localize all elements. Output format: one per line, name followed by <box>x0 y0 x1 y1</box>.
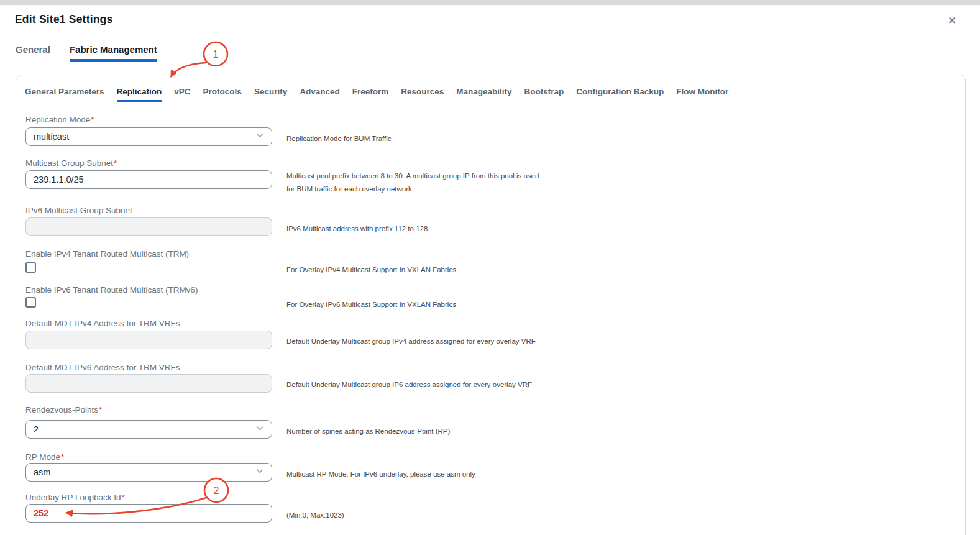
subtab-bootstrap[interactable]: Bootstrap <box>524 87 564 102</box>
rendezvous-points-select[interactable]: 2 <box>25 420 272 439</box>
enable-ipv4-trm-checkbox[interactable] <box>25 262 36 273</box>
rp-mode-help: Multicast RP Mode. For IPv6 underlay, pl… <box>286 468 554 481</box>
underlay-rp-loopback-id-help: (Min:0, Max:1023) <box>286 509 554 522</box>
enable-ipv4-trm-label: Enable IPv4 Tenant Routed Multicast (TRM… <box>25 249 190 258</box>
enable-ipv6-trm-checkbox[interactable] <box>25 297 36 308</box>
edit-site-settings-modal: Edit Site1 Settings ✕ General Fabric Man… <box>0 0 980 535</box>
subtab-security[interactable]: Security <box>254 87 287 102</box>
subtab-advanced[interactable]: Advanced <box>300 87 340 102</box>
rendezvous-points-value: 2 <box>34 424 39 434</box>
multicast-group-subnet-label: Multicast Group Subnet* <box>25 158 117 168</box>
subtab-manageability[interactable]: Manageability <box>456 87 511 102</box>
close-icon[interactable]: ✕ <box>943 12 961 30</box>
default-mdt-ipv6-label: Default MDT IPv6 Address for TRM VRFs <box>25 363 181 372</box>
rp-mode-value: asm <box>34 467 50 477</box>
default-mdt-ipv6-help: Default Underlay Multicast group IP6 add… <box>286 378 554 391</box>
subtab-replication[interactable]: Replication <box>117 87 162 102</box>
default-mdt-ipv6-input[interactable] <box>25 374 272 393</box>
ipv6-multicast-group-subnet-help: IPv6 Multicast address with prefix 112 t… <box>286 222 554 235</box>
subtab-freeform[interactable]: Freeform <box>352 87 389 102</box>
background-top-strip <box>0 0 980 5</box>
subtab-flow-monitor[interactable]: Flow Monitor <box>676 87 728 102</box>
chevron-down-icon <box>255 467 264 478</box>
subtab-configuration-backup[interactable]: Configuration Backup <box>576 87 664 102</box>
rendezvous-points-label: Rendezvous-Points* <box>25 405 102 414</box>
chevron-down-icon <box>255 131 264 142</box>
underlay-rp-loopback-id-input[interactable] <box>25 504 272 523</box>
ipv6-multicast-group-subnet-input[interactable] <box>25 217 272 236</box>
underlay-rp-loopback-id-label: Underlay RP Loopback Id* <box>25 493 125 502</box>
chevron-down-icon <box>255 424 264 435</box>
default-mdt-ipv4-input[interactable] <box>25 331 272 349</box>
subtab-resources[interactable]: Resources <box>401 87 444 102</box>
replication-mode-select[interactable]: multicast <box>25 127 272 146</box>
subtab-vpc[interactable]: vPC <box>174 87 190 102</box>
annotation-circle-1 <box>204 42 227 66</box>
subtab-protocols[interactable]: Protocols <box>203 87 242 102</box>
default-mdt-ipv4-label: Default MDT IPv4 Address for TRM VRFs <box>25 319 181 328</box>
annotation-number-1: 1 <box>213 49 219 60</box>
subtab-general-parameters[interactable]: General Parameters <box>25 87 104 102</box>
modal-title: Edit Site1 Settings <box>15 13 112 26</box>
fabric-settings-panel: General Parameters Replication vPC Proto… <box>16 75 966 535</box>
enable-ipv6-trm-help: For Overlay IPv6 Multicast Support In VX… <box>286 298 554 311</box>
enable-ipv6-trm-label: Enable IPv6 Tenant Routed Multicast (TRM… <box>25 285 198 295</box>
rp-mode-select[interactable]: asm <box>25 463 272 482</box>
main-tabs: General Fabric Management <box>16 44 157 62</box>
default-mdt-ipv4-help: Default Underlay Multicast group IPv4 ad… <box>286 335 554 348</box>
rendezvous-points-help: Number of spines acting as Rendezvous-Po… <box>286 425 554 438</box>
replication-mode-label: Replication Mode* <box>25 115 94 124</box>
enable-ipv4-trm-help: For Overlay IPv4 Multicast Support In VX… <box>286 263 554 277</box>
multicast-group-subnet-help: Multicast pool prefix between 8 to 30. A… <box>286 170 547 196</box>
replication-mode-help: Replication Mode for BUM Traffic <box>286 132 554 145</box>
replication-mode-value: multicast <box>34 132 69 142</box>
tab-fabric-management[interactable]: Fabric Management <box>70 44 157 62</box>
multicast-group-subnet-input[interactable] <box>25 170 272 189</box>
ipv6-multicast-group-subnet-label: IPv6 Multicast Group Subnet <box>25 206 133 215</box>
fabric-subtabs: General Parameters Replication vPC Proto… <box>25 87 728 102</box>
tab-general[interactable]: General <box>16 44 50 62</box>
rp-mode-label: RP Mode* <box>25 452 64 462</box>
